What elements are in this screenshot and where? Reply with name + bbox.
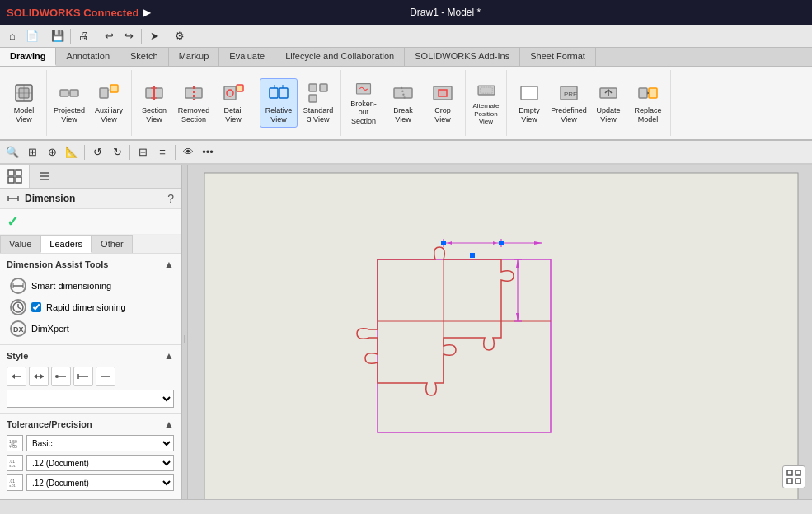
rapid-dim-checkbox[interactable]: [31, 302, 41, 312]
tab-other[interactable]: Other: [92, 235, 133, 253]
tolerance-collapse[interactable]: ▲: [164, 418, 174, 430]
style-icon-3[interactable]: [51, 367, 71, 386]
svg-text:PRE: PRE: [564, 91, 577, 98]
ann-sep-3: [175, 145, 176, 160]
panel-collapse-handle[interactable]: |: [181, 165, 188, 513]
crosshair-button[interactable]: ⊕: [43, 143, 61, 161]
tab-leaders[interactable]: Leaders: [40, 235, 92, 253]
ribbon-content: ModelView ProjectedView: [0, 67, 812, 141]
ribbon-group-items-7: EmptyView PRE PredefinedView UpdateV: [510, 72, 667, 134]
style-section: Style ▲: [0, 345, 181, 414]
panel-tab-list[interactable]: [30, 165, 59, 188]
grid2-button[interactable]: ⊟: [134, 143, 152, 161]
new-button[interactable]: 📄: [23, 27, 41, 45]
dimxpert-label: DimXpert: [31, 324, 69, 334]
style-collapse[interactable]: ▲: [164, 350, 174, 362]
dimension-assist-collapse[interactable]: ▲: [164, 259, 174, 270]
redo-button[interactable]: ↪: [120, 27, 138, 45]
panel-tab-grid[interactable]: [0, 165, 30, 188]
tolerance-row-2: .01 ±.01 .12 (Document): [7, 455, 174, 471]
search-view-button[interactable]: 🔍: [3, 143, 21, 161]
ribbon-tabs: Drawing Annotation Sketch Markup Evaluat…: [0, 48, 812, 67]
tab-annotation[interactable]: Annotation: [56, 48, 120, 66]
update-view-button[interactable]: UpdateView: [589, 78, 627, 128]
fit-screen-button[interactable]: [782, 465, 805, 488]
redo-curve-button[interactable]: ↻: [108, 143, 126, 161]
svg-text:±.01: ±.01: [9, 484, 16, 488]
ribbon: Drawing Annotation Sketch Markup Evaluat…: [0, 48, 812, 165]
replace-model-button[interactable]: ReplaceModel: [629, 78, 667, 128]
dimxpert-item[interactable]: DX DimXpert: [7, 318, 174, 339]
detail-view-button[interactable]: DetailView: [214, 78, 252, 128]
ribbon-group-items-2: ProjectedView AuxiliaryView: [50, 72, 128, 134]
tolerance-dropdown-1[interactable]: Basic: [26, 435, 174, 451]
title-bar: SOLIDWORKS Connected ▶ Draw1 - Model *: [0, 0, 812, 25]
tolerance-icon-3: .01 ±.01: [7, 474, 23, 491]
ribbon-group-items-1: ModelView: [5, 72, 43, 134]
cursor-button[interactable]: ➤: [145, 27, 163, 45]
svg-rect-42: [8, 177, 14, 183]
ruler-button[interactable]: 📐: [63, 143, 81, 161]
grid-view-button[interactable]: ⊞: [23, 143, 41, 161]
svg-marker-59: [34, 374, 37, 379]
tolerance-row-3: .01 ±.01 .12 (Document): [7, 474, 174, 491]
tab-evaluate[interactable]: Evaluate: [219, 48, 275, 66]
predefined-view-button[interactable]: PRE PredefinedView: [550, 78, 588, 128]
tab-value[interactable]: Value: [0, 235, 40, 253]
ann-sep-1: [84, 145, 85, 160]
crop-view-button[interactable]: CropView: [424, 78, 462, 128]
auxiliary-view-button[interactable]: AuxiliaryView: [90, 78, 128, 128]
eye-button[interactable]: 👁: [179, 143, 197, 161]
broken-out-section-button[interactable]: Broken-outSection: [345, 78, 383, 128]
tab-markup[interactable]: Markup: [169, 48, 220, 66]
smart-dimensioning-item[interactable]: Smart dimensioning: [7, 275, 174, 297]
panel-header-tabs: [0, 165, 181, 189]
checkmark-row: ✓: [0, 209, 181, 235]
projected-view-button[interactable]: ProjectedView: [50, 78, 88, 128]
style-icon-4[interactable]: [73, 367, 93, 386]
tolerance-dropdown-2[interactable]: .12 (Document): [26, 455, 174, 471]
alternate-position-view-button[interactable]: AlternatePositionView: [471, 78, 502, 128]
svg-text:±.01: ±.01: [9, 464, 16, 468]
save-button[interactable]: 💾: [49, 27, 67, 45]
svg-rect-94: [787, 470, 792, 475]
print-button[interactable]: 🖨: [74, 27, 92, 45]
tab-sketch[interactable]: Sketch: [120, 48, 169, 66]
svg-rect-4: [60, 90, 68, 96]
style-icon-5[interactable]: [96, 367, 115, 386]
dimension-icon: [7, 192, 20, 205]
dimension-assist-label: Dimension Assist Tools: [7, 259, 108, 269]
settings-button[interactable]: ⚙: [171, 27, 189, 45]
undo-button[interactable]: ↩: [100, 27, 118, 45]
svg-rect-96: [787, 479, 792, 484]
ribbon-group-section: SectionView RemovedSection DetailVi: [132, 70, 256, 136]
empty-view-button[interactable]: EmptyView: [510, 78, 548, 128]
document-title: Draw1 - Model *: [410, 7, 481, 18]
removed-section-button[interactable]: RemovedSection: [175, 78, 213, 128]
tab-addins[interactable]: SOLIDWORKS Add-Ins: [405, 48, 520, 66]
layers-button[interactable]: ≡: [153, 143, 171, 161]
undo-curve-button[interactable]: ↺: [88, 143, 106, 161]
standard-3-view-button[interactable]: Standard3 View: [299, 78, 337, 128]
panel-help-icon[interactable]: ?: [167, 192, 174, 205]
tab-drawing[interactable]: Drawing: [0, 48, 56, 66]
style-icon-2[interactable]: [29, 367, 49, 386]
canvas-area[interactable]: [188, 165, 812, 513]
dimension-assist-header: Dimension Assist Tools ▲: [7, 259, 174, 270]
model-view-button[interactable]: ModelView: [5, 78, 43, 128]
svg-marker-57: [12, 374, 15, 379]
tab-sheet-format[interactable]: Sheet Format: [520, 48, 596, 66]
tolerance-dropdown-3[interactable]: .12 (Document): [26, 474, 174, 491]
svg-rect-23: [309, 84, 317, 91]
break-view-button[interactable]: BreakView: [384, 78, 422, 128]
svg-rect-7: [100, 88, 108, 98]
home-button[interactable]: ⌂: [3, 27, 21, 45]
rapid-dimensioning-item[interactable]: Rapid dimensioning: [7, 297, 174, 318]
tab-lifecycle[interactable]: Lifecycle and Collaboration: [275, 48, 405, 66]
more-button[interactable]: •••: [199, 143, 217, 161]
relative-view-button[interactable]: RelativeView: [260, 78, 298, 128]
style-dropdown[interactable]: [7, 390, 174, 408]
section-view-button[interactable]: SectionView: [135, 78, 173, 128]
style-icons: [7, 367, 174, 386]
style-icon-1[interactable]: [7, 367, 26, 386]
